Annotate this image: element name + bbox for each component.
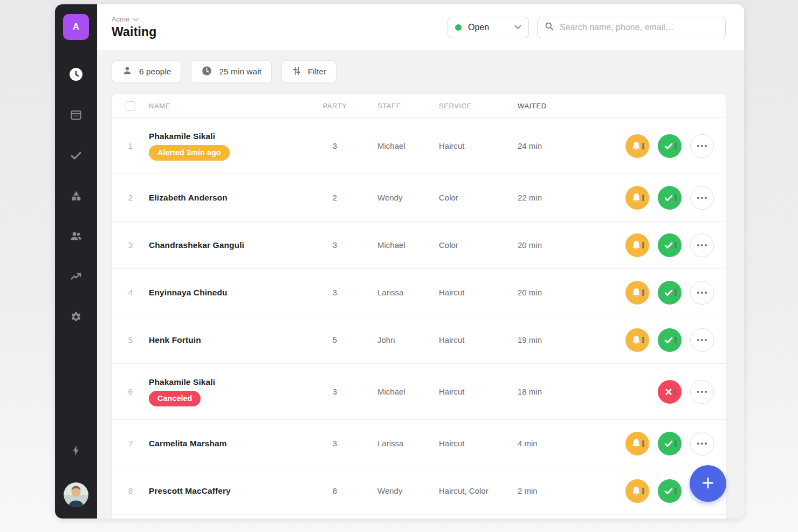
- notify-button[interactable]: [625, 134, 649, 158]
- complete-button[interactable]: [658, 134, 682, 158]
- notify-button[interactable]: [625, 233, 649, 257]
- people-count-pill[interactable]: 6 people: [112, 60, 181, 83]
- guest-name: Chandrashekar Ganguli: [149, 240, 321, 250]
- column-header-name[interactable]: NAME: [149, 102, 321, 110]
- people-count-label: 6 people: [139, 67, 171, 77]
- sidebar-item-integrations[interactable]: [70, 445, 82, 458]
- table-row[interactable]: 4 Enyinnaya Chinedu 3 Larissa Haircut 20…: [112, 269, 726, 316]
- row-actions: [609, 281, 726, 305]
- row-actions: [609, 134, 726, 158]
- topbar: Acme Waiting Open: [97, 4, 744, 50]
- table-row[interactable]: 6 Phakamile Sikali Canceled 3 Michael Ha…: [112, 364, 726, 420]
- person-icon: [122, 65, 133, 78]
- notify-button[interactable]: [625, 186, 649, 210]
- staff-name: Larissa: [377, 439, 439, 448]
- trending-up-icon: [70, 270, 82, 285]
- user-avatar[interactable]: [64, 482, 88, 507]
- sidebar-item-settings[interactable]: [70, 312, 82, 324]
- sidebar-item-calendar[interactable]: [70, 109, 82, 122]
- stats-row: 6 people 25 min wait Filter: [112, 60, 726, 83]
- waited-time: 19 min: [518, 335, 609, 344]
- sidebar-item-customers[interactable]: [70, 231, 82, 244]
- notify-button[interactable]: [625, 328, 649, 352]
- more-button[interactable]: [690, 281, 714, 305]
- waited-time: 22 min: [518, 193, 609, 202]
- filter-button[interactable]: Filter: [281, 60, 336, 83]
- chevron-down-icon: [514, 25, 521, 30]
- table-row[interactable]: 2 Elizabeth Anderson 2 Wendy Color 22 mi…: [112, 174, 726, 222]
- table-filler-row: [112, 515, 726, 519]
- notify-button[interactable]: [625, 432, 649, 455]
- row-number: 5: [128, 335, 133, 344]
- column-header-staff[interactable]: STAFF: [377, 102, 439, 110]
- workspace-switcher[interactable]: Acme: [112, 15, 157, 23]
- guest-name: Enyinnaya Chinedu: [149, 288, 321, 298]
- notify-button[interactable]: [625, 281, 649, 305]
- select-all-checkbox[interactable]: [126, 101, 135, 111]
- row-number: 1: [128, 141, 133, 150]
- table-row[interactable]: 3 Chandrashekar Ganguli 3 Michael Color …: [112, 222, 726, 269]
- wait-time-pill[interactable]: 25 min wait: [191, 60, 271, 83]
- wait-clock-icon: [201, 65, 212, 79]
- row-number: 4: [128, 288, 133, 297]
- search-input[interactable]: [560, 23, 719, 32]
- more-button[interactable]: [690, 432, 714, 455]
- waited-time: 4 min: [518, 439, 609, 448]
- staff-name: Wendy: [377, 486, 439, 495]
- service-name: Haircut: [439, 387, 518, 396]
- complete-button[interactable]: [658, 432, 682, 455]
- sidebar: A: [55, 4, 97, 519]
- more-button[interactable]: [690, 134, 714, 158]
- filter-label: Filter: [308, 67, 326, 77]
- table-row[interactable]: 8 Prescott MacCaffery 8 Wendy Haircut, C…: [112, 467, 726, 515]
- service-name: Haircut: [439, 288, 518, 297]
- main-area: Acme Waiting Open: [97, 4, 744, 519]
- page-title: Waiting: [112, 25, 157, 39]
- more-button[interactable]: [690, 233, 714, 257]
- party-size: 3: [321, 288, 348, 297]
- shapes-icon: [70, 189, 82, 204]
- row-actions: [609, 233, 726, 257]
- table-row[interactable]: 1 Phakamile Sikali Alerted 3min ago 3 Mi…: [112, 118, 726, 174]
- table-row[interactable]: 5 Henk Fortuin 5 John Haircut 19 min: [112, 316, 726, 364]
- complete-button[interactable]: [658, 281, 682, 305]
- workspace-logo[interactable]: A: [63, 14, 89, 40]
- sidebar-item-services[interactable]: [70, 190, 82, 203]
- service-name: Color: [439, 240, 518, 250]
- row-number: 6: [128, 387, 133, 396]
- row-actions: [609, 328, 726, 352]
- column-header-party[interactable]: PARTY: [321, 102, 348, 110]
- service-name: Haircut: [439, 141, 518, 150]
- add-guest-button[interactable]: [690, 465, 726, 502]
- notify-button[interactable]: [625, 479, 649, 503]
- guest-name: Phakamile Sikali: [149, 132, 321, 141]
- column-header-waited[interactable]: WAITED: [518, 102, 609, 110]
- sidebar-item-served[interactable]: [70, 150, 82, 163]
- search-icon: [544, 21, 554, 33]
- staff-name: Larissa: [377, 288, 439, 297]
- complete-button[interactable]: [658, 186, 682, 210]
- more-button[interactable]: [690, 380, 714, 404]
- waited-time: 18 min: [518, 387, 609, 396]
- filter-sliders-icon: [292, 66, 302, 78]
- column-header-service[interactable]: SERVICE: [439, 102, 518, 110]
- clock-icon: [69, 67, 83, 84]
- status-badge: Canceled: [149, 391, 201, 406]
- table-row[interactable]: 7 Carmelita Marsham 3 Larissa Haircut 4 …: [112, 420, 726, 467]
- complete-button[interactable]: [658, 328, 682, 352]
- sidebar-item-analytics[interactable]: [70, 271, 82, 284]
- staff-name: John: [377, 335, 439, 344]
- party-size: 3: [321, 439, 348, 448]
- staff-name: Michael: [377, 387, 439, 396]
- complete-button[interactable]: [658, 479, 682, 503]
- more-button[interactable]: [690, 328, 714, 352]
- cancel-button[interactable]: [658, 380, 682, 404]
- search-container: [537, 17, 726, 38]
- sidebar-item-waitlist[interactable]: [70, 69, 82, 82]
- complete-button[interactable]: [658, 233, 682, 257]
- service-name: Haircut: [439, 335, 518, 344]
- calendar-icon: [70, 108, 82, 123]
- more-button[interactable]: [690, 186, 714, 210]
- status-dropdown[interactable]: Open: [448, 17, 529, 38]
- guest-name: Henk Fortuin: [149, 335, 321, 345]
